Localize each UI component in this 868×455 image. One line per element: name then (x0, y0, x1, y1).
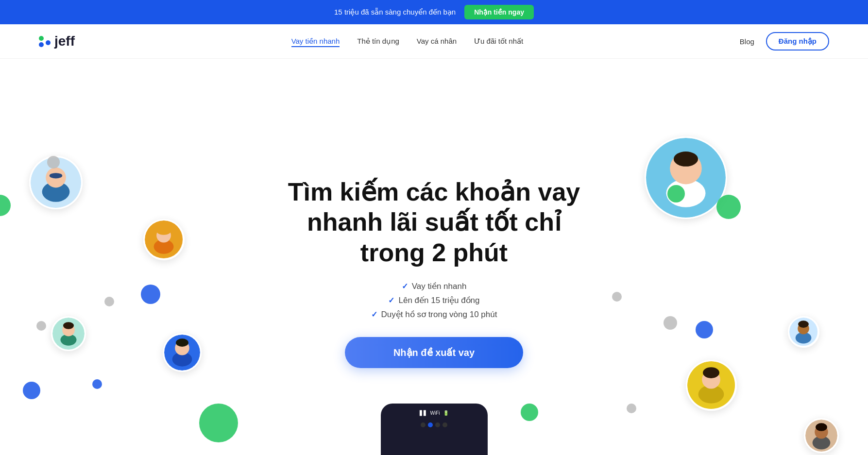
avatar-right-4 (804, 418, 839, 453)
check-icon-1: ✓ (402, 282, 408, 291)
hero-check-3: ✓ Duyệt hồ sơ trong vòng 10 phút (274, 309, 595, 320)
decor-dot-2 (141, 285, 160, 304)
check-icon-3: ✓ (371, 310, 377, 319)
svg-point-13 (172, 352, 192, 367)
svg-point-2 (46, 168, 66, 188)
svg-point-6 (156, 228, 171, 243)
logo-dot-green (39, 36, 44, 41)
hero-title: Tìm kiếm các khoản vay nhanh lãi suất tố… (274, 177, 595, 268)
banner-text: 15 triệu đã sẵn sàng chuyển đến bạn (334, 8, 456, 17)
svg-point-7 (155, 224, 171, 235)
navbar: jeff Vay tiền nhanh Thẻ tín dụng Vay cá … (0, 24, 868, 59)
svg-point-1 (42, 182, 70, 202)
nav-links: Vay tiền nhanh Thẻ tín dụng Vay cá nhân … (291, 37, 524, 46)
phone-signal-icon: ▋▋ (420, 410, 427, 416)
svg-point-15 (176, 338, 188, 347)
decor-dot-3 (104, 297, 114, 306)
svg-point-28 (805, 420, 837, 452)
decor-dot-0 (0, 195, 11, 216)
avatar-right-3 (686, 360, 737, 411)
nav-link-vay-tien-nhanh[interactable]: Vay tiền nhanh (291, 37, 340, 47)
decor-dot-1 (47, 156, 60, 169)
avatar-left-4 (163, 333, 202, 372)
decor-dot-6 (92, 379, 102, 389)
svg-point-22 (798, 323, 809, 335)
svg-point-3 (50, 173, 62, 178)
svg-point-4 (145, 220, 183, 258)
phone-dot-1 (421, 422, 425, 427)
logo-text: jeff (54, 34, 75, 49)
hero-check-text-1: Vay tiền nhanh (412, 281, 467, 291)
decor-dot-10 (612, 292, 622, 302)
avatar-right-1 (645, 136, 727, 219)
phone-nav-dots (421, 422, 447, 427)
nav-link-uu-dai[interactable]: Ưu đãi tốt nhất (474, 37, 523, 45)
svg-point-8 (52, 318, 85, 350)
hero-cta-button[interactable]: Nhận đề xuất vay (345, 337, 523, 368)
hero-checks: ✓ Vay tiền nhanh ✓ Lên đến 15 triệu đồng… (274, 281, 595, 320)
svg-point-10 (62, 324, 75, 337)
avatar-right-2 (788, 316, 819, 348)
decor-dot-11 (664, 316, 677, 330)
svg-point-0 (31, 157, 81, 208)
nav-item-vay-ca-nhan[interactable]: Vay cá nhân (417, 37, 457, 46)
decor-dot-5 (23, 382, 40, 399)
svg-point-14 (175, 341, 189, 355)
avatar-left-2 (143, 219, 185, 260)
hero-check-2: ✓ Lên đến 15 triệu đồng (274, 295, 595, 305)
decor-dot-13 (521, 404, 538, 421)
logo-dot-blue-bottom (39, 42, 44, 47)
nav-item-uu-dai[interactable]: Ưu đãi tốt nhất (474, 37, 523, 46)
hero-check-text-3: Duyệt hồ sơ trong vòng 10 phút (381, 309, 497, 320)
top-banner: 15 triệu đã sẵn sàng chuyển đến bạn Nhận… (0, 0, 868, 24)
svg-point-26 (702, 371, 720, 389)
nav-right: Blog Đăng nhập (740, 32, 829, 51)
check-icon-2: ✓ (388, 296, 394, 305)
hero-section: Tìm kiếm các khoản vay nhanh lãi suất tố… (0, 59, 868, 455)
phone-dot-4 (443, 422, 447, 427)
svg-point-30 (815, 425, 828, 439)
svg-point-16 (646, 138, 726, 218)
hero-content: Tìm kiếm các khoản vay nhanh lãi suất tố… (274, 177, 595, 368)
hero-check-text-2: Lên đến 15 triệu đồng (398, 295, 479, 305)
phone-wifi-icon: WiFi (430, 410, 440, 416)
svg-point-25 (698, 385, 724, 404)
nav-link-the-tin-dung[interactable]: Thẻ tín dụng (357, 37, 399, 45)
svg-point-21 (796, 332, 812, 344)
avatar-left-3 (51, 316, 86, 351)
logo-dots (39, 36, 51, 47)
svg-point-31 (816, 423, 827, 431)
svg-point-12 (164, 335, 200, 371)
decor-dot-8 (667, 185, 685, 202)
svg-point-27 (703, 367, 719, 378)
phone-dot-3 (435, 422, 440, 427)
svg-point-5 (154, 239, 174, 254)
phone-mockup: ▋▋ WiFi 🔋 (381, 404, 488, 455)
decor-dot-4 (36, 321, 46, 331)
hero-check-1: ✓ Vay tiền nhanh (274, 281, 595, 291)
svg-point-9 (61, 334, 77, 346)
avatar-left-1 (29, 156, 83, 209)
svg-point-29 (813, 436, 831, 450)
phone-dot-2 (428, 422, 433, 427)
decor-dot-7 (199, 404, 238, 442)
svg-point-24 (687, 361, 735, 409)
nav-blog-link[interactable]: Blog (740, 37, 754, 46)
svg-point-11 (63, 322, 74, 329)
banner-cta-button[interactable]: Nhận tiền ngay (464, 5, 534, 19)
decor-dot-14 (627, 404, 636, 413)
nav-item-the-tin-dung[interactable]: Thẻ tín dụng (357, 37, 399, 46)
phone-top-bar: ▋▋ WiFi 🔋 (420, 410, 449, 416)
svg-point-20 (789, 318, 817, 346)
decor-dot-9 (716, 195, 741, 219)
phone-battery-icon: 🔋 (443, 410, 449, 416)
nav-link-vay-ca-nhan[interactable]: Vay cá nhân (417, 37, 457, 45)
login-button[interactable]: Đăng nhập (766, 32, 829, 51)
nav-item-vay-tien-nhanh[interactable]: Vay tiền nhanh (291, 37, 340, 46)
logo-dot-blue-top (46, 40, 51, 45)
decor-dot-12 (696, 321, 713, 338)
logo-link[interactable]: jeff (39, 34, 75, 49)
svg-point-17 (666, 179, 705, 207)
svg-point-18 (670, 152, 702, 185)
svg-point-23 (798, 320, 809, 328)
